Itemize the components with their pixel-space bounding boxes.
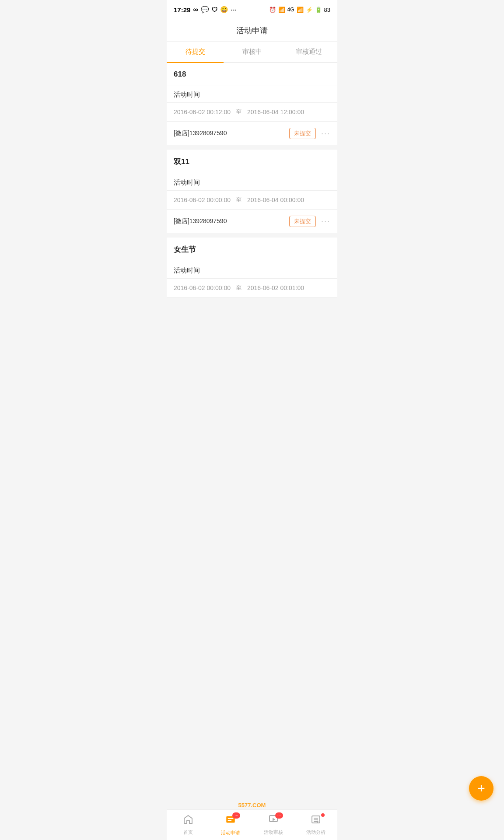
svg-marker-4 (273, 818, 275, 821)
status-icon-emoji: 😄 (220, 6, 228, 14)
time-sep-618: 至 (234, 108, 244, 116)
status-icon-more: ··· (231, 7, 237, 13)
page-title: 活动申请 (236, 26, 268, 35)
activity-title-double11: 双11 (174, 158, 189, 166)
battery-icon: 🔋 (315, 7, 322, 13)
start-time-girlsday: 2016-06-02 00:00:00 (174, 284, 231, 291)
activity-analysis-badge (321, 813, 325, 817)
end-time-girlsday: 2016-06-02 00:01:00 (247, 284, 304, 291)
wifi-icon: 📶 (278, 7, 285, 13)
tab-pending[interactable]: 待提交 (167, 42, 224, 62)
card-actions-double11: 未提交 ··· (289, 216, 330, 227)
card-actions-618: 未提交 ··· (289, 128, 330, 139)
lightning-icon: ⚡ (306, 7, 313, 13)
nav-item-home[interactable]: 首页 (167, 810, 210, 840)
status-badge-618[interactable]: 未提交 (289, 128, 316, 139)
card-title-row-618: 618 (167, 63, 337, 85)
signal-bars: 📶 (297, 7, 304, 13)
time-label-618: 活动时间 (167, 85, 337, 103)
status-time: 17:29 (174, 6, 190, 14)
tab-bar: 待提交 审核中 审核通过 (167, 42, 337, 63)
page-header: 活动申请 (167, 19, 337, 42)
svg-rect-1 (228, 818, 234, 819)
status-icon-infinity: ∞ (193, 6, 198, 14)
activity-card-double11: 双11 活动时间 2016-06-02 00:00:00 至 2016-06-0… (167, 150, 337, 233)
time-sep-girlsday: 至 (234, 284, 244, 292)
activity-card-618: 618 活动时间 2016-06-02 00:12:00 至 2016-06-0… (167, 63, 337, 145)
status-icon-chat: 💬 (201, 6, 209, 14)
bottom-nav: 首页 ··· 活动申请 ··· 活动审核 (167, 809, 337, 840)
alarm-icon: ⏰ (269, 7, 276, 13)
card-bottom-double11: [微店]13928097590 未提交 ··· (167, 210, 337, 233)
time-row-girlsday: 2016-06-02 00:00:00 至 2016-06-02 00:01:0… (167, 279, 337, 298)
time-label-double11: 活动时间 (167, 173, 337, 191)
start-time-618: 2016-06-02 00:12:00 (174, 108, 231, 116)
nav-item-activity-analysis[interactable]: 活动分析 (295, 810, 338, 840)
signal-icon: 4G (287, 7, 294, 13)
card-bottom-618: [微店]13928097590 未提交 ··· (167, 122, 337, 145)
status-bar: 17:29 ∞ 💬 🛡 😄 ··· ⏰ 📶 4G 📶 ⚡ 🔋 83 (167, 0, 337, 19)
home-icon (183, 814, 193, 827)
nav-label-home: 首页 (183, 829, 193, 836)
card-title-row-girlsday: 女生节 (167, 238, 337, 261)
svg-rect-2 (228, 820, 232, 821)
shop-name-double11: [微店]13928097590 (174, 217, 227, 225)
status-right: ⏰ 📶 4G 📶 ⚡ 🔋 83 (269, 7, 330, 13)
nav-label-activity-apply: 活动申请 (221, 830, 240, 836)
shop-name-618: [微店]13928097590 (174, 130, 227, 137)
time-sep-double11: 至 (234, 196, 244, 204)
card-title-row-double11: 双11 (167, 150, 337, 173)
tab-approved[interactable]: 审核通过 (280, 42, 337, 62)
content-area: 618 活动时间 2016-06-02 00:12:00 至 2016-06-0… (167, 63, 337, 337)
more-menu-618[interactable]: ··· (321, 129, 330, 138)
activity-apply-badge: ··· (232, 812, 240, 819)
time-row-double11: 2016-06-02 00:00:00 至 2016-06-04 00:00:0… (167, 191, 337, 210)
activity-analysis-icon (311, 814, 321, 827)
status-icon-shield: 🛡 (212, 7, 217, 13)
nav-label-activity-analysis: 活动分析 (306, 829, 326, 836)
battery-level: 83 (324, 7, 330, 13)
end-time-618: 2016-06-04 12:00:00 (247, 108, 304, 116)
activity-card-girlsday: 女生节 活动时间 2016-06-02 00:00:00 至 2016-06-0… (167, 238, 337, 298)
start-time-double11: 2016-06-02 00:00:00 (174, 196, 231, 203)
end-time-double11: 2016-06-04 00:00:00 (247, 196, 304, 203)
time-label-girlsday: 活动时间 (167, 261, 337, 279)
status-badge-double11[interactable]: 未提交 (289, 216, 316, 227)
nav-item-activity-apply[interactable]: ··· 活动申请 (210, 810, 252, 840)
more-menu-double11[interactable]: ··· (321, 217, 330, 226)
activity-title-girlsday: 女生节 (174, 245, 196, 254)
activity-title-618: 618 (174, 70, 186, 78)
watermark: 5577.COM (238, 802, 266, 808)
nav-item-activity-review[interactable]: ··· 活动审核 (252, 810, 295, 840)
nav-label-activity-review: 活动审核 (264, 829, 283, 836)
activity-review-badge: ··· (275, 812, 283, 819)
time-row-618: 2016-06-02 00:12:00 至 2016-06-04 12:00:0… (167, 103, 337, 122)
tab-reviewing[interactable]: 审核中 (224, 42, 280, 62)
status-left: 17:29 ∞ 💬 🛡 😄 ··· (174, 6, 237, 14)
